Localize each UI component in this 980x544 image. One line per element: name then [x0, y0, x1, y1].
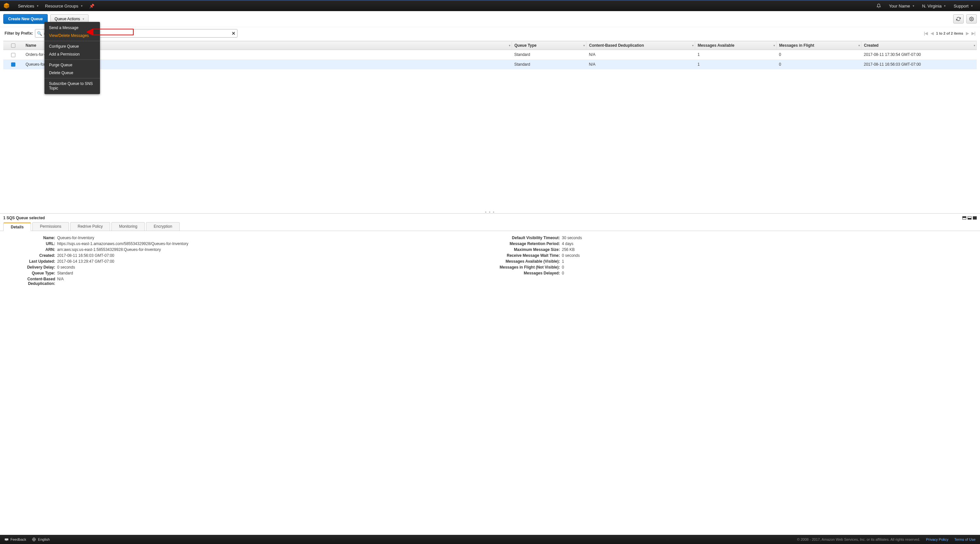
queues-table: Name▾ Queue Type▾ Content-Based Deduplic… — [3, 41, 977, 69]
filter-label: Filter by Prefix: — [5, 31, 33, 36]
col-created[interactable]: Created▾ — [861, 41, 977, 50]
menu-view-delete-messages[interactable]: View/Delete Messages — [45, 32, 100, 40]
nav-pin-icon[interactable]: 📌 — [86, 0, 98, 11]
detail-retention: 4 days — [562, 242, 573, 246]
select-all-checkbox[interactable] — [11, 43, 15, 48]
nav-resource-groups[interactable]: Resource Groups▾ — [42, 0, 86, 11]
detail-created: 2017-08-11 16:56:03 GMT-07:00 — [57, 253, 115, 258]
col-cbd[interactable]: Content-Based Deduplication▾ — [586, 41, 695, 50]
row-checkbox[interactable] — [11, 53, 15, 57]
pager-next-icon[interactable]: ▶ — [966, 31, 969, 36]
pager-prev-icon[interactable]: ◀ — [931, 31, 934, 36]
selection-status: 1 SQS Queue selected — [3, 216, 45, 220]
menu-configure-queue[interactable]: Configure Queue — [45, 43, 100, 50]
refresh-button[interactable] — [953, 14, 964, 24]
col-queue-type[interactable]: Queue Type▾ — [512, 41, 586, 50]
menu-subscribe-sns[interactable]: Subscribe Queue to SNS Topic — [45, 80, 100, 92]
pager-last-icon[interactable]: ▶| — [972, 31, 975, 36]
global-nav: Services▾ Resource Groups▾ 📌 Your Name▾ … — [0, 0, 980, 11]
detail-wait-time: 0 seconds — [562, 253, 580, 258]
aws-logo-icon[interactable] — [3, 3, 10, 9]
pager: |◀ ◀ 1 to 2 of 2 items ▶ ▶| — [924, 31, 975, 36]
nav-services[interactable]: Services▾ — [15, 0, 42, 11]
tab-permissions[interactable]: Permissions — [32, 222, 68, 231]
col-messages-in-flight[interactable]: Messages in Flight▾ — [776, 41, 861, 50]
pager-first-icon[interactable]: |◀ — [924, 31, 928, 36]
tab-encryption[interactable]: Encryption — [146, 222, 180, 231]
tab-monitoring[interactable]: Monitoring — [111, 222, 145, 231]
layout-switcher — [963, 216, 977, 220]
pager-text: 1 to 2 of 2 items — [936, 31, 963, 35]
filter-bar: Filter by Prefix: 🔍 ✕ |◀ ◀ 1 to 2 of 2 i… — [0, 27, 980, 41]
detail-arn: arn:aws:sqs:us-east-1:585534329928:Queue… — [57, 247, 161, 252]
clear-filter-icon[interactable]: ✕ — [232, 31, 235, 36]
table-row[interactable]: Queues-for-Inventory Standard N/A 1 0 20… — [3, 59, 977, 69]
menu-delete-queue[interactable]: Delete Queue — [45, 69, 100, 77]
settings-button[interactable] — [966, 14, 977, 24]
bell-icon[interactable] — [872, 0, 885, 11]
detail-panel: 1 SQS Queue selected Details Permissions… — [0, 213, 980, 296]
toolbar: Create New Queue Queue Actions▾ — [0, 11, 980, 27]
detail-msg-delayed: 0 — [562, 271, 564, 275]
tab-redrive-policy[interactable]: Redrive Policy — [70, 222, 110, 231]
nav-region[interactable]: N. Virginia▾ — [918, 0, 950, 11]
row-checkbox[interactable] — [11, 62, 15, 67]
layout-split-top-icon[interactable] — [963, 216, 966, 220]
menu-purge-queue[interactable]: Purge Queue — [45, 61, 100, 69]
detail-max-size: 256 KB — [562, 247, 574, 252]
detail-cbd: N/A — [57, 277, 64, 286]
detail-msg-avail: 1 — [562, 259, 564, 264]
detail-tabs: Details Permissions Redrive Policy Monit… — [0, 220, 980, 231]
detail-last-updated: 2017-08-14 13:29:47 GMT-07:00 — [57, 259, 115, 264]
menu-add-permission[interactable]: Add a Permission — [45, 50, 100, 58]
layout-split-bottom-icon[interactable] — [967, 216, 972, 220]
col-messages-available[interactable]: Messages Available▾ — [695, 41, 776, 50]
detail-vis-timeout: 30 seconds — [562, 235, 582, 240]
detail-delivery-delay: 0 seconds — [57, 265, 75, 270]
nav-account[interactable]: Your Name▾ — [885, 0, 918, 11]
detail-queue-type: Standard — [57, 271, 73, 275]
detail-name: Queues-for-Inventory — [57, 235, 94, 240]
table-row[interactable]: Orders-for-Analytics Standard N/A 1 0 20… — [3, 50, 977, 59]
queue-actions-menu: Send a Message View/Delete Messages Conf… — [45, 22, 100, 94]
svg-point-3 — [971, 18, 972, 20]
detail-msg-flight: 0 — [562, 265, 564, 270]
search-icon: 🔍 — [37, 31, 42, 36]
tab-details[interactable]: Details — [3, 223, 31, 231]
layout-full-icon[interactable] — [973, 216, 977, 220]
splitter-handle[interactable]: ● ● ● — [0, 211, 980, 213]
nav-support[interactable]: Support▾ — [950, 0, 977, 11]
detail-url: https://sqs.us-east-1.amazonaws.com/5855… — [57, 242, 188, 246]
create-new-queue-button[interactable]: Create New Queue — [3, 14, 48, 24]
menu-send-message[interactable]: Send a Message — [45, 24, 100, 32]
